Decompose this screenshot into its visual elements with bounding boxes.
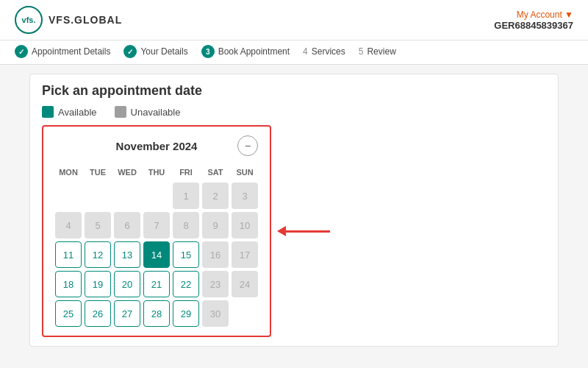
legend: Available Unavailable: [42, 106, 546, 118]
logo-icon: vfs.: [15, 6, 43, 34]
calendar-day: [85, 183, 111, 209]
step-5-label: Review: [367, 46, 395, 57]
calendar-day: [232, 300, 258, 327]
calendar-day: 9: [202, 212, 229, 238]
legend-available: Available: [42, 106, 97, 118]
calendar-day: 8: [173, 212, 199, 238]
step-review[interactable]: 5 Review: [359, 46, 396, 57]
arrow-line: [286, 230, 330, 233]
step-2-label: Your Details: [140, 46, 187, 57]
calendar-day: 4: [55, 212, 82, 238]
brand-name: VFS.GLOBAL: [49, 14, 122, 26]
calendar: November 2024 − MONTUEWEDTHUFRISATSUN123…: [42, 125, 271, 337]
calendar-day: 24: [232, 271, 258, 297]
step-appointment-details[interactable]: ✓ Appointment Details: [15, 45, 110, 58]
calendar-day: [143, 183, 170, 209]
calendar-day: 23: [202, 271, 229, 297]
main-content: Pick an appointment date Available Unava…: [29, 74, 559, 347]
calendar-day[interactable]: 28: [143, 300, 170, 327]
calendar-day: 30: [202, 300, 229, 327]
calendar-day[interactable]: 22: [173, 271, 199, 297]
calendar-day: 17: [232, 241, 258, 268]
step-4-label: Services: [312, 46, 345, 57]
calendar-day: 10: [232, 212, 258, 238]
step-book-appointment[interactable]: 3 Book Appointment: [201, 45, 290, 58]
calendar-day: 6: [114, 212, 140, 238]
step-4-number: 4: [303, 46, 308, 57]
calendar-nav-button[interactable]: −: [237, 135, 258, 156]
calendar-day: 3: [232, 183, 258, 209]
day-of-week-tue: TUE: [85, 165, 111, 180]
step-1-label: Appointment Details: [32, 46, 110, 57]
step-1-icon: ✓: [15, 45, 28, 58]
step-5-number: 5: [359, 46, 364, 57]
steps-bar: ✓ Appointment Details ✓ Your Details 3 B…: [0, 40, 588, 65]
calendar-day[interactable]: 26: [85, 300, 111, 327]
reference-number: GER68845839367: [494, 20, 573, 31]
arrow-head-icon: [277, 226, 286, 236]
calendar-day: 5: [85, 212, 111, 238]
logo-area: vfs. VFS.GLOBAL: [15, 6, 122, 34]
calendar-day[interactable]: 25: [55, 300, 82, 327]
calendar-day[interactable]: 18: [55, 271, 82, 297]
calendar-day[interactable]: 11: [55, 241, 82, 268]
my-account-button[interactable]: My Account ▼: [494, 10, 573, 20]
calendar-day[interactable]: 27: [114, 300, 140, 327]
calendar-day[interactable]: 15: [173, 241, 199, 268]
calendar-day[interactable]: 21: [143, 271, 170, 297]
arrow-indicator: [277, 226, 330, 236]
step-services[interactable]: 4 Services: [303, 46, 345, 57]
calendar-month: November 2024: [116, 140, 198, 152]
calendar-day[interactable]: 19: [85, 271, 111, 297]
calendar-header: November 2024 −: [55, 135, 258, 156]
step-3-icon: 3: [201, 45, 215, 58]
step-3-label: Book Appointment: [218, 46, 290, 57]
day-of-week-sat: SAT: [202, 165, 229, 180]
calendar-day: 7: [143, 212, 170, 238]
calendar-day: [55, 183, 82, 209]
step-your-details[interactable]: ✓ Your Details: [123, 45, 187, 58]
unavailable-icon: [115, 106, 126, 118]
available-label: Available: [58, 107, 97, 118]
step-2-icon: ✓: [123, 45, 137, 58]
page-title: Pick an appointment date: [42, 83, 546, 99]
calendar-day: 16: [202, 241, 229, 268]
calendar-day[interactable]: 20: [114, 271, 140, 297]
calendar-day: 1: [173, 183, 199, 209]
calendar-day[interactable]: 12: [85, 241, 111, 268]
header: vfs. VFS.GLOBAL My Account ▼ GER68845839…: [0, 0, 588, 40]
calendar-day: 2: [202, 183, 229, 209]
day-of-week-thu: THU: [143, 165, 170, 180]
day-of-week-sun: SUN: [232, 165, 258, 180]
header-right: My Account ▼ GER68845839367: [494, 10, 573, 31]
calendar-day[interactable]: 29: [173, 300, 199, 327]
calendar-day[interactable]: 13: [114, 241, 140, 268]
calendar-grid: MONTUEWEDTHUFRISATSUN1234567891011121314…: [55, 165, 258, 327]
day-of-week-mon: MON: [55, 165, 82, 180]
available-icon: [42, 106, 54, 118]
calendar-day: [114, 183, 140, 209]
legend-unavailable: Unavailable: [115, 106, 181, 118]
calendar-day[interactable]: 14: [143, 241, 170, 268]
day-of-week-fri: FRI: [173, 165, 199, 180]
unavailable-label: Unavailable: [131, 107, 181, 118]
day-of-week-wed: WED: [114, 165, 140, 180]
